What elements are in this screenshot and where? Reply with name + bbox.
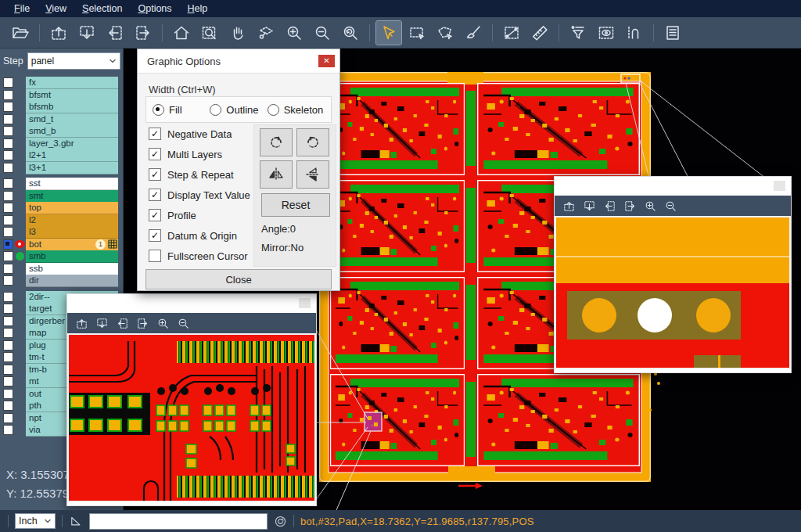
zoom-previous-button[interactable] — [338, 21, 363, 45]
layer-checkbox-checked[interactable] — [3, 239, 13, 250]
open-file-button[interactable] — [8, 21, 33, 45]
layer-checkbox[interactable] — [3, 413, 13, 423]
view-options-button[interactable] — [594, 21, 619, 45]
layer-checkbox[interactable] — [3, 376, 13, 386]
layer-row[interactable]: layer_3.gbr — [0, 138, 123, 150]
layer-checkbox[interactable] — [3, 178, 13, 189]
pan-down-button[interactable] — [74, 21, 99, 45]
layer-checkbox[interactable] — [3, 90, 13, 100]
select-polygon-button[interactable] — [433, 21, 458, 45]
zoom-out-icon[interactable] — [177, 317, 190, 330]
layer-checkbox[interactable] — [3, 77, 13, 88]
pan-hand-button[interactable] — [225, 21, 250, 45]
layer-checkbox[interactable] — [3, 163, 13, 173]
snap-corner-icon[interactable] — [69, 514, 83, 528]
step-select[interactable]: panel — [27, 52, 120, 70]
layer-checkbox[interactable] — [3, 340, 13, 350]
layer-row-bot-active[interactable]: bot 1 — [0, 239, 123, 251]
menu-view[interactable]: View — [38, 2, 74, 16]
pan-right-button[interactable] — [131, 21, 156, 45]
layer-checkbox[interactable] — [3, 150, 13, 160]
pan-up-icon[interactable] — [75, 317, 88, 330]
layer-checkbox[interactable] — [3, 215, 13, 225]
layer-checkbox[interactable] — [3, 304, 13, 314]
zoom-home-button[interactable] — [169, 21, 194, 45]
graphic-options-dialog[interactable]: Graphic Options ✕ Width (Ctrl+W) Fill Ou… — [137, 49, 340, 291]
layer-checkbox[interactable] — [3, 264, 13, 274]
magnifier-titlebar[interactable] — [555, 177, 791, 196]
dialog-titlebar[interactable]: Graphic Options ✕ — [138, 49, 339, 74]
checkbox-fullscreen-cursor[interactable]: Fullscreen Cursor — [149, 250, 248, 262]
checkbox-negative-data[interactable]: ✓Negative Data — [149, 128, 232, 140]
layer-checkbox[interactable] — [3, 126, 13, 136]
menu-options[interactable]: Options — [130, 2, 179, 16]
checkbox-step-repeat[interactable]: ✓Step & Repeat — [149, 168, 234, 181]
radio-outline[interactable]: Outline — [210, 104, 267, 116]
layer-row[interactable]: l2 — [0, 214, 123, 227]
refresh-icon[interactable] — [274, 515, 287, 528]
zoom-out-button[interactable] — [310, 21, 335, 45]
zoom-in-icon[interactable] — [156, 317, 170, 330]
pan-left-icon[interactable] — [116, 317, 129, 330]
select-cursor-button[interactable] — [376, 21, 401, 45]
layer-row[interactable]: bfsmt — [0, 89, 123, 102]
layer-row[interactable]: top — [0, 202, 123, 214]
layer-row[interactable]: dir — [0, 275, 123, 287]
layer-row-smb[interactable]: smb — [0, 250, 123, 263]
unit-select[interactable]: Inch — [15, 513, 56, 529]
pan-up-button[interactable] — [46, 21, 71, 45]
magnifier-window-left[interactable] — [66, 293, 317, 506]
window-button[interactable] — [774, 181, 785, 191]
layer-checkbox[interactable] — [3, 114, 13, 124]
checkbox-multi-layers[interactable]: ✓Multi Layers — [149, 148, 222, 160]
layer-checkbox[interactable] — [3, 227, 13, 237]
trace-mode-button[interactable] — [622, 21, 647, 45]
layer-checkbox[interactable] — [3, 328, 13, 338]
rotate-ccw-button[interactable] — [296, 128, 329, 156]
layer-checkbox[interactable] — [3, 275, 13, 286]
pan-left-button[interactable] — [102, 21, 128, 45]
checkbox-display-text-value[interactable]: ✓Display Text Value — [149, 189, 250, 201]
layer-checkbox[interactable] — [3, 251, 13, 261]
pan-right-icon[interactable] — [623, 200, 637, 213]
menu-file[interactable]: File — [6, 2, 38, 16]
layer-checkbox[interactable] — [3, 389, 13, 399]
reset-button[interactable]: Reset — [261, 193, 330, 217]
layer-row[interactable]: l3 — [0, 226, 123, 239]
report-button[interactable] — [660, 21, 685, 45]
zoom-in-icon[interactable] — [644, 200, 657, 213]
layer-checkbox[interactable] — [3, 401, 13, 411]
layer-row[interactable]: fx — [0, 77, 123, 89]
mirror-horizontal-button[interactable] — [260, 160, 293, 189]
layer-checkbox[interactable] — [3, 203, 13, 213]
zoom-polygon-button[interactable] — [253, 21, 278, 45]
ruler-button[interactable] — [527, 21, 552, 45]
menu-help[interactable]: Help — [180, 2, 216, 16]
layer-checkbox[interactable] — [3, 316, 13, 326]
filter-button[interactable] — [566, 21, 591, 45]
pan-down-icon[interactable] — [95, 317, 109, 330]
radio-skeleton[interactable]: Skeleton — [268, 104, 325, 116]
layer-checkbox[interactable] — [3, 102, 13, 112]
layer-checkbox[interactable] — [3, 138, 13, 149]
radio-fill[interactable]: Fill — [153, 104, 210, 116]
layer-checkbox[interactable] — [3, 191, 13, 201]
close-button[interactable]: Close — [145, 269, 332, 289]
rotate-cw-button[interactable] — [260, 128, 293, 156]
close-icon[interactable]: ✕ — [318, 55, 335, 67]
layer-row[interactable]: l3+1 — [0, 162, 123, 174]
menu-selection[interactable]: Selection — [74, 2, 130, 16]
layer-checkbox[interactable] — [3, 425, 13, 435]
layer-checkbox[interactable] — [3, 352, 13, 362]
checkbox-datum-origin[interactable]: ✓Datum & Origin — [149, 229, 237, 242]
select-rectangle-button[interactable] — [404, 21, 429, 45]
layer-row[interactable]: l2+1 — [0, 149, 123, 162]
command-input[interactable] — [89, 513, 268, 530]
pan-down-icon[interactable] — [583, 200, 596, 213]
layer-checkbox[interactable] — [3, 365, 13, 375]
magnifier-titlebar[interactable] — [67, 294, 316, 313]
layer-row[interactable]: bfsmb — [0, 101, 123, 113]
window-button[interactable] — [299, 298, 311, 308]
pan-up-icon[interactable] — [562, 200, 576, 213]
layer-checkbox[interactable] — [3, 292, 13, 302]
